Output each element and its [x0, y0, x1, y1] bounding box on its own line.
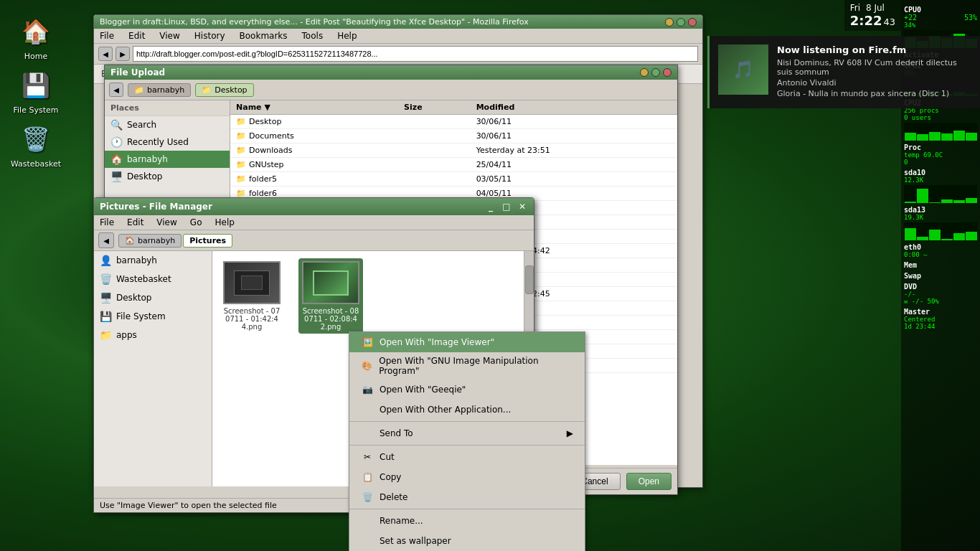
- places-item-barnabyh[interactable]: 🏠 barnabyh: [105, 151, 230, 168]
- file-row-3[interactable]: GNUstep25/04/11: [230, 158, 677, 172]
- file-thumb-screenshot1[interactable]: Screenshot - 070711 - 01:42:44.png: [220, 258, 284, 334]
- firefox-menu-tools[interactable]: Tools: [299, 30, 326, 42]
- mail-val: ✉ -/- 50%: [904, 298, 977, 305]
- firefox-back-btn[interactable]: ◀: [98, 47, 113, 61]
- places-item-search[interactable]: 🔍 Search: [105, 116, 230, 133]
- firefox-menu-bookmarks[interactable]: Bookmarks: [237, 30, 291, 42]
- ctx-open-imageviewer[interactable]: 🖼️ Open With "Image Viewer": [349, 332, 585, 352]
- fm-back-btn[interactable]: ◀: [98, 232, 114, 248]
- fm-sidebar-desktop[interactable]: 🖥️ Desktop: [94, 288, 212, 307]
- file-name-3: GNUstep: [230, 158, 398, 172]
- desktop-icon-wastebasket[interactable]: 🗑️ Wastebasket: [7, 122, 65, 169]
- fm-maximize-btn[interactable]: □: [501, 201, 512, 212]
- file-row-4[interactable]: folder503/05/11: [230, 172, 677, 187]
- col-size[interactable]: Size: [398, 100, 471, 115]
- dvd-val: -/-: [904, 291, 977, 298]
- file-modified-3: 25/04/11: [471, 158, 677, 172]
- desktop-icon-filesystem[interactable]: 💾 File System: [7, 68, 65, 115]
- firefox-controls[interactable]: [665, 18, 697, 27]
- sda10-graph: [904, 185, 977, 203]
- firefox-maximize-btn[interactable]: [677, 18, 685, 27]
- fm-menu-edit[interactable]: Edit: [124, 217, 146, 228]
- ctx-open-gimp[interactable]: 🎨 Open With "GNU Image Manipulation Prog…: [349, 352, 585, 380]
- firefox-menu-view[interactable]: View: [156, 30, 182, 42]
- places-desktop-label: Desktop: [127, 171, 163, 182]
- desktop-icon-home[interactable]: 🏠 Home: [7, 14, 65, 61]
- places-search-label: Search: [127, 120, 156, 130]
- file-upload-back-btn[interactable]: ◀: [109, 83, 123, 97]
- ctx-open-geeqie[interactable]: 📷 Open With "Geeqie": [349, 380, 585, 400]
- fm-breadcrumb-barnabyh[interactable]: 🏠 barnabyh: [118, 234, 182, 248]
- file-upload-controls[interactable]: [640, 68, 672, 77]
- scroll-thumb[interactable]: [525, 265, 534, 294]
- open-button[interactable]: Open: [626, 473, 672, 490]
- places-item-recently-used[interactable]: 🕐 Recently Used: [105, 133, 230, 151]
- gimp-icon: 🎨: [361, 359, 373, 372]
- fm-minimize-btn[interactable]: _: [485, 201, 496, 212]
- firefox-menu-history[interactable]: History: [192, 30, 228, 42]
- fm-sidebar-apps[interactable]: 📁 apps: [94, 326, 212, 344]
- file-row-0[interactable]: Desktop30/06/11: [230, 115, 677, 129]
- ctx-copy[interactable]: 📋 Copy: [349, 467, 585, 487]
- file-upload-breadcrumb-desktop[interactable]: 📁 Desktop: [195, 83, 253, 97]
- fm-controls[interactable]: _ □ ✕: [485, 201, 528, 212]
- file-row-1[interactable]: Documents30/06/11: [230, 129, 677, 143]
- ctx-cut[interactable]: ✂️ Cut: [349, 447, 585, 467]
- uptime-val: 1d 23:44: [904, 323, 977, 330]
- ctx-set-wallpaper[interactable]: Set as wallpaper: [349, 531, 585, 551]
- fm-barnabyh-label: barnabyh: [138, 236, 175, 245]
- file-upload-minimize-btn[interactable]: [640, 68, 649, 77]
- file-row-2[interactable]: DownloadsYesterday at 23:51: [230, 143, 677, 158]
- firefox-forward-btn[interactable]: ▶: [116, 47, 130, 61]
- file-thumb-screenshot2[interactable]: Screenshot - 080711 - 02:08:42.png: [298, 258, 363, 334]
- fm-sidebar-wastebasket[interactable]: 🗑️ Wastebasket: [94, 270, 212, 288]
- fm-close-btn[interactable]: ✕: [517, 201, 528, 212]
- col-modified[interactable]: Modified: [471, 100, 677, 115]
- firefox-toolbar: ◀ ▶: [94, 44, 702, 65]
- ctx-open-other[interactable]: Open With Other Application...: [349, 400, 585, 420]
- firefox-address-bar[interactable]: [133, 46, 698, 62]
- fm-menu-go[interactable]: Go: [187, 217, 205, 228]
- fm-sidebar-barnabyh[interactable]: 👤 barnabyh: [94, 251, 212, 270]
- ctx-separator-1: [349, 421, 585, 422]
- fm-breadcrumb-pictures[interactable]: Pictures: [183, 234, 232, 248]
- places-item-desktop[interactable]: 🖥️ Desktop: [105, 168, 230, 185]
- master-label: Master: [904, 308, 977, 316]
- ctx-delete[interactable]: 🗑️ Delete: [349, 487, 585, 507]
- breadcrumb-barnabyh-label: barnabyh: [147, 85, 184, 95]
- music-notification: 🎵 Now listening on Fire.fm Nisi Dominus,…: [707, 36, 980, 108]
- clock-date: 8 Jul: [866, 3, 885, 13]
- firefox-title: Blogger in draft:Linux, BSD, and everyth…: [100, 17, 529, 27]
- proc-label: Proc: [904, 143, 977, 151]
- fm-menubar: File Edit View Go Help: [94, 215, 534, 230]
- col-name[interactable]: Name ▼: [230, 100, 398, 115]
- places-barnabyh-label: barnabyh: [127, 154, 168, 164]
- firefox-menu-file[interactable]: File: [97, 30, 117, 42]
- centered-label: Centered: [904, 316, 977, 323]
- firefox-close-btn[interactable]: [688, 18, 697, 27]
- fm-menu-file[interactable]: File: [97, 217, 117, 228]
- fm-menu-view[interactable]: View: [154, 217, 179, 228]
- home-icon: 🏠: [19, 14, 53, 49]
- ctx-send-to[interactable]: Send To: [349, 423, 585, 443]
- fm-menu-help[interactable]: Help: [212, 217, 237, 228]
- folder-icon: 📁: [134, 85, 144, 95]
- temp-val: 0: [904, 159, 977, 166]
- trash-icon: 🗑️: [100, 273, 112, 285]
- dvd-label: DVD: [904, 283, 977, 291]
- file-upload-title: File Upload: [110, 67, 165, 77]
- ctx-rename[interactable]: Rename...: [349, 511, 585, 531]
- file-upload-breadcrumb-barnabyh[interactable]: 📁 barnabyh: [128, 83, 191, 97]
- fm-sidebar-filesystem[interactable]: 💾 File System: [94, 307, 212, 326]
- thumb-img-screenshot2: [302, 261, 359, 304]
- ctx-open-gimp-label: Open With "GNU Image Manipulation Progra…: [379, 356, 573, 376]
- sidebar-barnabyh-label: barnabyh: [116, 255, 157, 265]
- file-upload-maximize-btn[interactable]: [651, 68, 660, 77]
- firefox-menu-edit[interactable]: Edit: [126, 30, 148, 42]
- firefox-minimize-btn[interactable]: [665, 18, 674, 27]
- sidebar-desktop-label: Desktop: [116, 293, 152, 303]
- file-modified-4: 03/05/11: [471, 172, 677, 187]
- firefox-menu-help[interactable]: Help: [334, 30, 359, 42]
- sda10-label: sda10: [904, 169, 977, 176]
- file-upload-close-btn[interactable]: [663, 68, 672, 77]
